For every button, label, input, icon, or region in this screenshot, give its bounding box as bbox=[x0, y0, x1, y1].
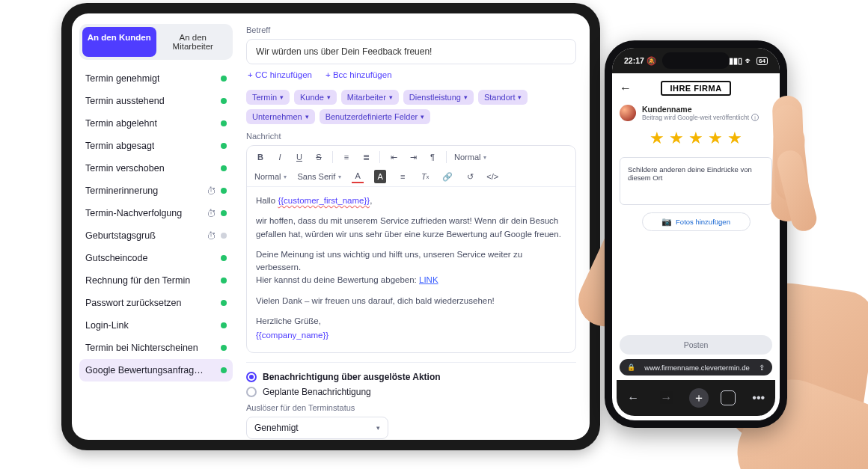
radio-triggered[interactable] bbox=[246, 372, 257, 382]
chevron-down-icon: ▾ bbox=[518, 94, 522, 101]
template-label: Termin bei Nichterscheinen bbox=[85, 343, 198, 353]
editor-body[interactable]: Hallo {{customer_first_name}}, wir hoffe… bbox=[247, 187, 575, 352]
status-trigger-select[interactable]: Genehmigt▾ bbox=[246, 417, 388, 439]
placeholder-chip[interactable]: Benutzerdefinierte Felder▾ bbox=[320, 109, 431, 124]
undo-icon[interactable]: ↺ bbox=[464, 170, 476, 183]
status-dot bbox=[221, 255, 227, 261]
address-bar[interactable]: 🔒 www.firmenname.clevertermin.de ⇪ bbox=[620, 359, 772, 375]
template-label: Terminerinnerung bbox=[85, 186, 158, 196]
tab-customer[interactable]: An den Kunden bbox=[82, 27, 156, 57]
nav-back-icon[interactable]: ← bbox=[623, 391, 644, 405]
tab-staff[interactable]: An den Mitarbeiter bbox=[156, 27, 230, 57]
placeholder-chip[interactable]: Dienstleistung▾ bbox=[403, 90, 474, 105]
template-row[interactable]: Termin verschoben bbox=[79, 157, 233, 180]
chevron-down-icon: ▾ bbox=[327, 94, 331, 101]
status-time: 22:17 🔕 bbox=[624, 56, 656, 66]
body-p1: wir hoffen, dass du mit unserem Service … bbox=[256, 215, 566, 241]
template-row[interactable]: Termin abgelehnt bbox=[79, 112, 233, 135]
template-label: Login-Link bbox=[85, 320, 129, 331]
star-icon[interactable]: ★ bbox=[650, 129, 664, 148]
post-button[interactable]: Posten bbox=[620, 335, 772, 355]
highlight-icon[interactable]: A bbox=[374, 170, 386, 183]
radio-scheduled[interactable] bbox=[246, 387, 257, 397]
indent-right-icon[interactable]: ⇥ bbox=[407, 150, 419, 164]
heading-select[interactable]: Normal▾ bbox=[454, 153, 486, 162]
nav-forward-icon[interactable]: → bbox=[656, 391, 677, 405]
link-icon[interactable]: 🔗 bbox=[441, 170, 453, 183]
font-select[interactable]: Sans Serif▾ bbox=[297, 170, 341, 183]
template-row[interactable]: Google Bewertungsanfrage s… bbox=[79, 359, 233, 381]
star-icon[interactable]: ★ bbox=[727, 129, 742, 148]
code-icon[interactable]: </> bbox=[486, 170, 498, 183]
template-row[interactable]: Geburtstagsgruß⏱ bbox=[79, 224, 233, 247]
template-label: Passwort zurücksetzen bbox=[85, 298, 182, 308]
review-link[interactable]: LINK bbox=[419, 275, 438, 284]
list-unordered-icon[interactable]: ≣ bbox=[360, 150, 372, 164]
template-row[interactable]: Passwort zurücksetzen bbox=[79, 292, 233, 314]
list-ordered-icon[interactable]: ≡ bbox=[340, 150, 352, 164]
star-rating[interactable]: ★ ★ ★ ★ ★ bbox=[620, 129, 772, 148]
template-label: Termin abgelehnt bbox=[85, 118, 157, 129]
text-direction-icon[interactable]: ¶ bbox=[427, 150, 438, 164]
greeting-pre: Hallo bbox=[256, 196, 278, 205]
clear-format-icon[interactable]: Tx bbox=[419, 170, 431, 183]
signature-1: Herzliche Grüße, bbox=[256, 315, 566, 328]
status-dot bbox=[221, 98, 227, 104]
template-row[interactable]: Termin ausstehend bbox=[79, 90, 233, 112]
status-dot bbox=[221, 210, 227, 216]
add-cc-link[interactable]: + CC hinzufügen bbox=[248, 70, 312, 79]
tablet-frame: An den Kunden An den Mitarbeiter Termin … bbox=[61, 3, 600, 450]
indent-left-icon[interactable]: ⇤ bbox=[388, 150, 400, 164]
template-label: Rechnung für den Termin bbox=[85, 275, 190, 286]
info-icon[interactable]: i bbox=[751, 114, 759, 121]
chevron-down-icon: ▾ bbox=[280, 94, 284, 101]
battery-icon: 64 bbox=[757, 57, 768, 65]
timer-icon: ⏱ bbox=[207, 209, 216, 218]
template-label: Google Bewertungsanfrage s… bbox=[85, 365, 205, 375]
placeholder-chip[interactable]: Standort▾ bbox=[478, 90, 528, 105]
share-icon[interactable]: ⇪ bbox=[759, 364, 765, 372]
italic-button[interactable]: I bbox=[274, 150, 286, 164]
strike-button[interactable]: S bbox=[313, 150, 325, 164]
phone-frame: 22:17 🔕 ▮▮▯ ᯤ 64 ← IHRE FIRMA Kundenname bbox=[605, 40, 787, 428]
star-icon[interactable]: ★ bbox=[708, 129, 723, 148]
heading2-select[interactable]: Normal▾ bbox=[254, 170, 287, 183]
template-row[interactable]: Rechnung für den Termin bbox=[79, 269, 233, 292]
text-color-icon[interactable]: A bbox=[352, 170, 364, 183]
nav-newtab-icon[interactable]: ＋ bbox=[689, 388, 709, 408]
underline-button[interactable]: U bbox=[293, 150, 305, 164]
subject-input[interactable] bbox=[246, 39, 576, 64]
status-trigger-label: Auslöser für den Terminstatus bbox=[246, 403, 576, 412]
template-row[interactable]: Terminerinnerung⏱ bbox=[79, 180, 233, 202]
wifi-icon: ᯤ bbox=[745, 56, 754, 65]
align-icon[interactable]: ≡ bbox=[397, 170, 409, 183]
placeholder-chip[interactable]: Unternehmen▾ bbox=[246, 109, 315, 124]
template-row[interactable]: Login-Link bbox=[79, 314, 233, 337]
status-dot bbox=[221, 76, 227, 82]
placeholder-chip[interactable]: Mitarbeiter▾ bbox=[341, 90, 399, 105]
nav-more-icon[interactable]: ••• bbox=[748, 391, 769, 405]
placeholder-chip[interactable]: Kunde▾ bbox=[294, 90, 337, 105]
template-row[interactable]: Termin genehmigt bbox=[79, 67, 233, 90]
radio-scheduled-label: Geplante Benachrichtigung bbox=[263, 387, 371, 397]
template-row[interactable]: Termin bei Nichterscheinen bbox=[79, 337, 233, 359]
placeholder-chip[interactable]: Termin▾ bbox=[246, 90, 290, 105]
review-textarea[interactable]: Schildere anderen deine Eindrücke von di… bbox=[620, 157, 772, 205]
nav-tabs-icon[interactable] bbox=[721, 390, 736, 405]
bold-button[interactable]: B bbox=[254, 150, 266, 164]
add-photos-button[interactable]: 📷 Fotos hinzufügen bbox=[642, 212, 751, 231]
body-p3-pre: Hier kannst du deine Bewertung abgeben: bbox=[256, 275, 419, 284]
placeholder-company-name: {{company_name}} bbox=[256, 329, 566, 342]
star-icon[interactable]: ★ bbox=[688, 129, 703, 148]
template-row[interactable]: Termin abgesagt bbox=[79, 135, 233, 157]
editor-panel: Betreff + CC hinzufügen + Bcc hinzufügen… bbox=[240, 13, 590, 440]
template-row[interactable]: Gutscheincode bbox=[79, 247, 233, 269]
template-row[interactable]: Termin-Nachverfolgung⏱ bbox=[79, 202, 233, 224]
star-icon[interactable]: ★ bbox=[669, 129, 684, 148]
signal-icon: ▮▮▯ bbox=[729, 56, 742, 65]
timer-icon: ⏱ bbox=[207, 231, 216, 241]
back-icon[interactable]: ← bbox=[620, 82, 638, 95]
add-bcc-link[interactable]: + Bcc hinzufügen bbox=[326, 70, 392, 79]
placeholder-customer-name: {{customer_first_name}} bbox=[278, 196, 370, 205]
status-dot bbox=[221, 233, 227, 239]
